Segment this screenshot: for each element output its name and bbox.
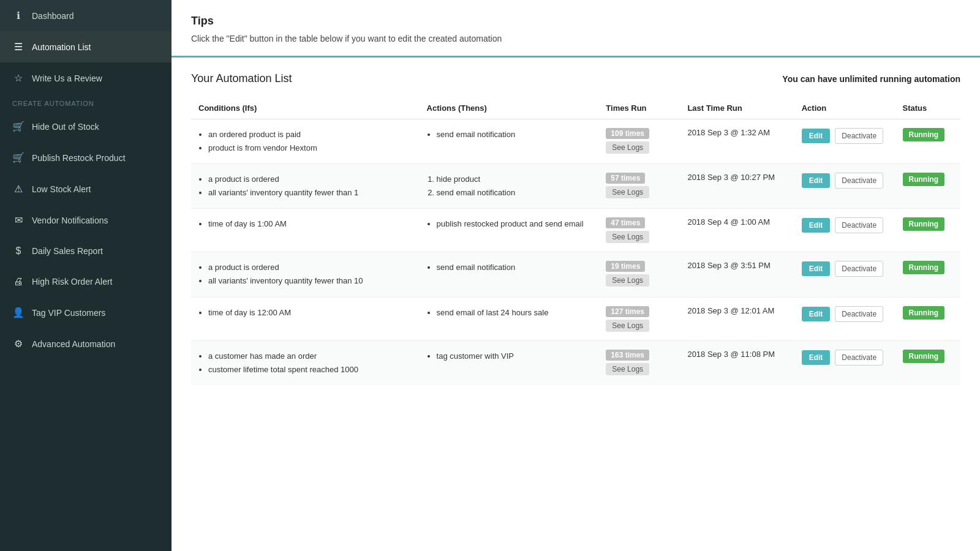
actions-cell: send email of last 24 hours sale	[420, 297, 599, 340]
unlimited-text: You can have unlimited running automatio…	[782, 74, 960, 84]
sidebar-item-label: Tag VIP Customers	[32, 308, 105, 318]
conditions-cell: a product is orderedall variants' invent…	[191, 252, 420, 297]
col-header-conditions: Conditions (Ifs)	[191, 97, 420, 119]
tips-text: Click the "Edit" button in the table bel…	[191, 34, 960, 43]
condition-item: a product is ordered	[208, 261, 412, 274]
deactivate-button[interactable]: Deactivate	[835, 306, 883, 322]
times-badge: 57 times	[606, 173, 645, 184]
automation-table: Conditions (Ifs) Actions (Thens) Times R…	[191, 97, 960, 385]
sidebar-item-low-stock-alert[interactable]: ⚠ Low Stock Alert	[0, 173, 172, 204]
condition-item: a customer has made an order	[208, 350, 412, 363]
action-item: send email notification	[437, 128, 592, 141]
action-cell: EditDeactivate	[794, 164, 895, 209]
conditions-cell: time of day is 12:00 AM	[191, 297, 420, 340]
condition-item: time of day is 12:00 AM	[208, 306, 412, 320]
sidebar-item-label: Automation List	[32, 42, 91, 52]
actions-cell: send email notification	[420, 252, 599, 297]
sidebar-item-label: High Risk Order Alert	[32, 277, 112, 287]
edit-button[interactable]: Edit	[802, 218, 831, 233]
star-icon: ☆	[12, 72, 24, 84]
sidebar-item-label: Dashboard	[32, 11, 74, 21]
edit-button[interactable]: Edit	[802, 173, 831, 188]
actions-cell: tag customer with VIP	[420, 340, 599, 385]
condition-item: all variants' inventory quantity fewer t…	[208, 186, 412, 200]
last-time-run-cell: 2018 Sep 3 @ 12:01 AM	[680, 297, 794, 340]
status-cell: Running	[895, 164, 960, 209]
condition-item: all variants' inventory quantity fewer t…	[208, 274, 412, 288]
conditions-cell: time of day is 1:00 AM	[191, 209, 420, 252]
action-item: send email of last 24 hours sale	[437, 306, 592, 320]
deactivate-button[interactable]: Deactivate	[835, 217, 883, 233]
table-row: a customer has made an ordercustomer lif…	[191, 340, 960, 385]
main-content: Tips Click the "Edit" button in the tabl…	[172, 0, 980, 551]
deactivate-button[interactable]: Deactivate	[835, 350, 883, 365]
status-cell: Running	[895, 209, 960, 252]
col-header-times-run: Times Run	[598, 97, 680, 119]
sidebar-item-write-review[interactable]: ☆ Write Us a Review	[0, 62, 172, 94]
times-badge: 109 times	[606, 128, 649, 139]
status-cell: Running	[895, 119, 960, 164]
deactivate-button[interactable]: Deactivate	[835, 128, 883, 144]
actions-cell: publish restocked product and send email	[420, 209, 599, 252]
see-logs-button[interactable]: See Logs	[606, 186, 649, 198]
table-row: time of day is 1:00 AMpublish restocked …	[191, 209, 960, 252]
cart-icon: 🛒	[12, 121, 24, 132]
sidebar-item-daily-sales-report[interactable]: $ Daily Sales Report	[0, 236, 172, 266]
dollar-icon: $	[12, 246, 24, 257]
see-logs-button[interactable]: See Logs	[606, 141, 649, 154]
sidebar-item-high-risk-order[interactable]: 🖨 High Risk Order Alert	[0, 266, 172, 297]
automation-section: Your Automation List You can have unlimi…	[172, 58, 980, 400]
sidebar-item-label: Vendor Notifications	[32, 216, 108, 225]
col-header-status: Status	[895, 97, 960, 119]
see-logs-button[interactable]: See Logs	[606, 274, 649, 287]
deactivate-button[interactable]: Deactivate	[835, 173, 883, 189]
col-header-action: Action	[794, 97, 895, 119]
list-icon: ☰	[12, 41, 24, 53]
condition-item: an ordered product is paid	[208, 128, 412, 141]
action-item: send email notification	[437, 186, 592, 200]
col-header-last-time-run: Last Time Run	[680, 97, 794, 119]
sidebar-item-label: Advanced Automation	[32, 339, 115, 349]
see-logs-button[interactable]: See Logs	[606, 320, 649, 332]
action-item: tag customer with VIP	[437, 350, 592, 363]
actions-cell: hide productsend email notification	[420, 164, 599, 209]
automation-list-title: Your Automation List	[191, 72, 292, 85]
create-automation-label: CREATE AUTOMATION	[0, 94, 172, 111]
edit-button[interactable]: Edit	[802, 261, 831, 276]
last-time-run-cell: 2018 Sep 3 @ 1:32 AM	[680, 119, 794, 164]
user-icon: 👤	[12, 307, 24, 318]
sidebar-item-label: Hide Out of Stock	[32, 122, 99, 132]
sidebar-item-label: Daily Sales Report	[32, 246, 103, 256]
sidebar: ℹ Dashboard ☰ Automation List ☆ Write Us…	[0, 0, 172, 551]
action-item: publish restocked product and send email	[437, 217, 592, 231]
conditions-cell: a customer has made an ordercustomer lif…	[191, 340, 420, 385]
sidebar-item-tag-vip[interactable]: 👤 Tag VIP Customers	[0, 297, 172, 328]
sidebar-item-label: Publish Restock Product	[32, 153, 126, 163]
action-item: send email notification	[437, 261, 592, 274]
table-row: a product is orderedall variants' invent…	[191, 164, 960, 209]
sidebar-item-publish-restock[interactable]: 🛒 Publish Restock Product	[0, 142, 172, 173]
sidebar-item-hide-out-of-stock[interactable]: 🛒 Hide Out of Stock	[0, 111, 172, 142]
see-logs-button[interactable]: See Logs	[606, 363, 649, 375]
times-run-cell: 19 timesSee Logs	[598, 252, 680, 297]
info-icon: ℹ	[12, 10, 24, 21]
action-cell: EditDeactivate	[794, 297, 895, 340]
see-logs-button[interactable]: See Logs	[606, 231, 649, 243]
condition-item: customer lifetime total spent reached 10…	[208, 363, 412, 377]
condition-item: a product is ordered	[208, 173, 412, 186]
sidebar-item-automation-list[interactable]: ☰ Automation List	[0, 31, 172, 62]
sidebar-item-dashboard[interactable]: ℹ Dashboard	[0, 0, 172, 31]
table-row: an ordered product is paidproduct is fro…	[191, 119, 960, 164]
sidebar-item-label: Low Stock Alert	[32, 184, 91, 194]
last-time-run-cell: 2018 Sep 4 @ 1:00 AM	[680, 209, 794, 252]
action-cell: EditDeactivate	[794, 209, 895, 252]
times-badge: 127 times	[606, 306, 649, 317]
edit-button[interactable]: Edit	[802, 350, 831, 365]
sidebar-item-advanced[interactable]: ⚙ Advanced Automation	[0, 328, 172, 359]
deactivate-button[interactable]: Deactivate	[835, 261, 883, 277]
edit-button[interactable]: Edit	[802, 307, 831, 321]
edit-button[interactable]: Edit	[802, 129, 831, 143]
action-cell: EditDeactivate	[794, 252, 895, 297]
sidebar-item-vendor-notifications[interactable]: ✉ Vendor Notifications	[0, 204, 172, 236]
status-badge: Running	[903, 128, 945, 141]
